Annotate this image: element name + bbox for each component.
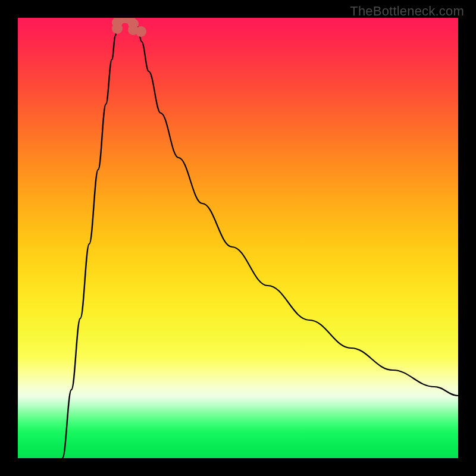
right-branch-curve (137, 27, 458, 396)
brand-watermark: TheBottleneck.com (350, 4, 464, 19)
valley-marker (136, 26, 146, 37)
plot-area (18, 18, 458, 458)
left-branch-curve (62, 27, 117, 458)
valley-markers (112, 18, 146, 37)
curve-layer (18, 18, 458, 458)
chart-frame: TheBottleneck.com (0, 0, 476, 476)
